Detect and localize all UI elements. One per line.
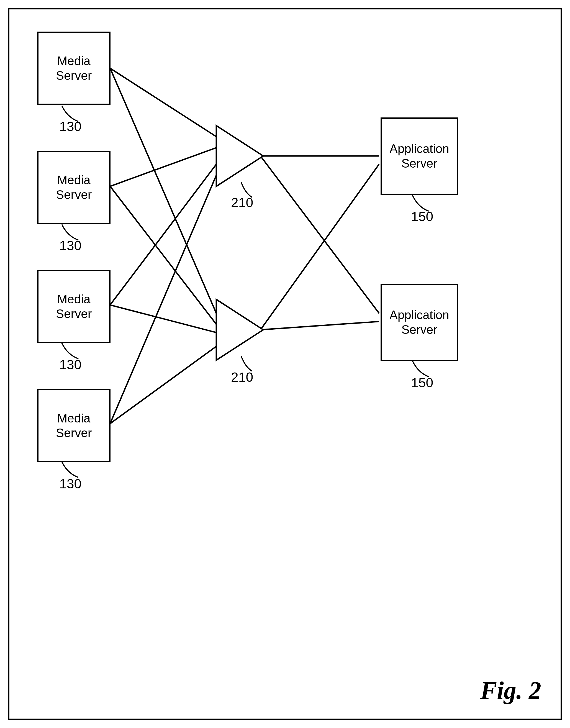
svg-line-3 xyxy=(110,187,216,324)
svg-line-7 xyxy=(110,346,216,424)
svg-line-4 xyxy=(110,164,216,305)
media-server-3-ref: 130 xyxy=(59,357,81,372)
application-server-node-2: Application Server xyxy=(380,284,458,361)
svg-line-6 xyxy=(110,175,216,424)
triangle-2-ref: 210 xyxy=(231,370,253,385)
figure-caption: Fig. 2 xyxy=(480,676,541,705)
app-server-1-ref: 150 xyxy=(411,209,433,224)
connection-lines xyxy=(9,9,561,719)
node-label-line1: Application xyxy=(389,308,449,322)
svg-line-9 xyxy=(260,156,379,313)
triangle-1-ref: 210 xyxy=(231,195,253,210)
node-label-line1: Media xyxy=(57,173,90,188)
svg-marker-12 xyxy=(216,126,263,186)
node-label-line2: Server xyxy=(56,426,92,441)
node-label-line2: Server xyxy=(56,307,92,321)
svg-line-0 xyxy=(110,68,216,137)
node-label-line2: Server xyxy=(56,68,92,83)
node-label-line2: Server xyxy=(56,188,92,202)
media-server-node-1: Media Server xyxy=(37,32,110,105)
media-server-node-2: Media Server xyxy=(37,151,110,224)
node-label-line1: Application xyxy=(389,142,449,156)
media-server-2-ref: 130 xyxy=(59,238,81,253)
svg-line-10 xyxy=(260,164,379,330)
svg-line-1 xyxy=(110,68,216,313)
media-server-node-4: Media Server xyxy=(37,389,110,462)
svg-line-2 xyxy=(110,148,216,186)
node-label-line1: Media xyxy=(57,411,90,426)
app-server-2-ref: 150 xyxy=(411,375,433,390)
media-server-node-3: Media Server xyxy=(37,270,110,343)
node-label-line1: Media xyxy=(57,54,90,68)
svg-marker-13 xyxy=(216,299,263,360)
svg-line-11 xyxy=(260,322,379,330)
application-server-node-1: Application Server xyxy=(380,117,458,195)
node-label-line2: Server xyxy=(401,156,437,171)
node-label-line2: Server xyxy=(401,322,437,337)
diagram-frame: Media Server 130 Media Server 130 Media … xyxy=(8,8,562,720)
svg-line-5 xyxy=(110,305,216,333)
node-label-line1: Media xyxy=(57,292,90,307)
media-server-1-ref: 130 xyxy=(59,119,81,134)
media-server-4-ref: 130 xyxy=(59,476,81,491)
